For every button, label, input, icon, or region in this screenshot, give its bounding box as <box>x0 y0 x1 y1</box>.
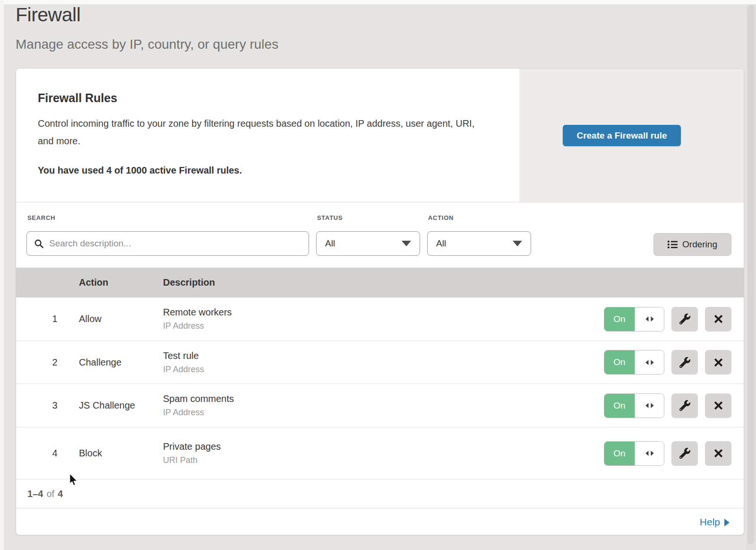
rule-description-cell: Private pages URI Path <box>163 428 221 479</box>
rules-usage-count: You have used 4 of 1000 active Firewall … <box>38 165 242 176</box>
rule-action: Allow <box>79 297 102 340</box>
wrench-icon <box>679 400 690 411</box>
left-right-arrows-icon <box>644 316 655 322</box>
rule-action: JS Challenge <box>79 384 135 427</box>
search-label: SEARCH <box>27 214 55 221</box>
rule-description-cell: Spam comments IP Address <box>163 384 234 427</box>
wrench-icon <box>679 314 690 324</box>
page-subtitle: Manage access by IP, country, or query r… <box>16 37 278 52</box>
rules-card-header: Firewall Rules Control incoming traffic … <box>16 69 744 202</box>
ordering-button-label: Ordering <box>682 239 717 250</box>
search-box <box>26 231 309 256</box>
chevron-down-icon <box>513 241 522 246</box>
action-select[interactable]: All <box>427 231 531 256</box>
x-icon <box>713 401 723 410</box>
left-right-arrows-icon <box>644 402 655 409</box>
card-footer: Help <box>16 508 744 535</box>
rule-match-field: IP Address <box>163 365 204 375</box>
status-select[interactable]: All <box>316 231 420 256</box>
rule-description: Private pages <box>163 441 221 452</box>
rules-card-header-right: Create a Firewall rule <box>519 69 744 202</box>
rule-action: Challenge <box>79 341 121 384</box>
help-link[interactable]: Help <box>700 516 720 528</box>
firewall-rules-card: Firewall Rules Control incoming traffic … <box>16 68 744 535</box>
rule-action: Block <box>79 428 102 479</box>
window-edge-top <box>0 0 756 4</box>
toggle-on-state[interactable]: On <box>604 442 635 465</box>
edit-rule-button[interactable] <box>671 393 698 418</box>
toggle-drag-handle[interactable] <box>635 442 664 465</box>
create-firewall-rule-button[interactable]: Create a Firewall rule <box>563 125 681 146</box>
rule-priority: 3 <box>45 384 64 427</box>
rule-description: Remote workers <box>163 307 232 318</box>
toggle-drag-handle[interactable] <box>635 350 664 374</box>
status-label: STATUS <box>317 214 343 221</box>
delete-rule-button[interactable] <box>705 307 731 332</box>
scrollbar-track[interactable] <box>746 4 756 550</box>
search-input[interactable] <box>44 232 309 255</box>
rule-controls: On <box>604 428 731 479</box>
action-label: ACTION <box>428 214 454 221</box>
pagination-range: 1–4 <box>27 489 43 499</box>
rule-match-field: IP Address <box>163 408 234 418</box>
left-right-arrows-icon <box>644 450 655 456</box>
rule-description: Spam comments <box>163 393 234 404</box>
chevron-right-icon <box>724 519 730 526</box>
chevron-down-icon <box>402 241 411 246</box>
toggle-drag-handle[interactable] <box>635 394 664 418</box>
rule-controls: On <box>604 341 731 384</box>
window-edge-left <box>0 0 4 550</box>
mouse-cursor <box>69 473 78 487</box>
rule-controls: On <box>604 297 731 340</box>
rules-card-header-left: Firewall Rules Control incoming traffic … <box>16 69 519 202</box>
edit-rule-button[interactable] <box>671 441 698 466</box>
rules-heading: Firewall Rules <box>38 91 117 105</box>
page-title: Firewall <box>16 4 80 26</box>
wrench-icon <box>679 448 690 459</box>
rule-description: Test rule <box>163 350 204 361</box>
table-row: 4 Block Private pages URI Path On <box>16 428 744 480</box>
rule-enabled-toggle[interactable]: On <box>604 350 664 375</box>
rule-match-field: IP Address <box>163 321 232 331</box>
column-header-action: Action <box>79 277 108 288</box>
ordered-list-icon <box>668 240 678 249</box>
rule-description-cell: Remote workers IP Address <box>163 297 232 340</box>
delete-rule-button[interactable] <box>705 441 731 466</box>
rule-match-field: URI Path <box>163 455 221 465</box>
table-row: 2 Challenge Test rule IP Address On <box>16 341 744 384</box>
rule-description-cell: Test rule IP Address <box>163 341 204 384</box>
x-icon <box>713 448 723 458</box>
rules-description: Control incoming traffic to your zone by… <box>38 115 487 150</box>
pagination-total: 4 <box>58 489 63 499</box>
ordering-button[interactable]: Ordering <box>653 233 731 256</box>
x-icon <box>713 358 723 367</box>
column-header-description: Description <box>163 277 215 288</box>
rule-priority: 4 <box>45 428 64 479</box>
rule-enabled-toggle[interactable]: On <box>604 393 664 418</box>
delete-rule-button[interactable] <box>705 350 731 375</box>
toggle-drag-handle[interactable] <box>635 307 664 331</box>
edit-rule-button[interactable] <box>671 350 698 375</box>
toggle-on-state[interactable]: On <box>604 394 635 418</box>
scrollbar-thumb[interactable] <box>747 5 754 544</box>
table-row: 3 JS Challenge Spam comments IP Address … <box>16 384 744 428</box>
wrench-icon <box>679 357 690 368</box>
delete-rule-button[interactable] <box>705 393 731 418</box>
toggle-on-state[interactable]: On <box>604 350 635 374</box>
rule-priority: 1 <box>45 297 64 340</box>
table-header: Action Description <box>16 268 744 297</box>
rule-controls: On <box>604 384 731 427</box>
search-icon <box>34 239 44 249</box>
status-selected-value: All <box>325 238 335 249</box>
left-right-arrows-icon <box>644 359 655 366</box>
rule-priority: 2 <box>45 341 64 384</box>
firewall-page: Firewall Manage access by IP, country, o… <box>0 0 756 550</box>
edit-rule-button[interactable] <box>671 307 698 332</box>
action-selected-value: All <box>436 238 446 249</box>
rule-enabled-toggle[interactable]: On <box>604 307 664 332</box>
x-icon <box>713 314 723 324</box>
toggle-on-state[interactable]: On <box>604 307 635 331</box>
rule-enabled-toggle[interactable]: On <box>604 441 664 466</box>
pagination-of: of <box>46 489 54 499</box>
table-row: 1 Allow Remote workers IP Address On <box>16 297 744 341</box>
